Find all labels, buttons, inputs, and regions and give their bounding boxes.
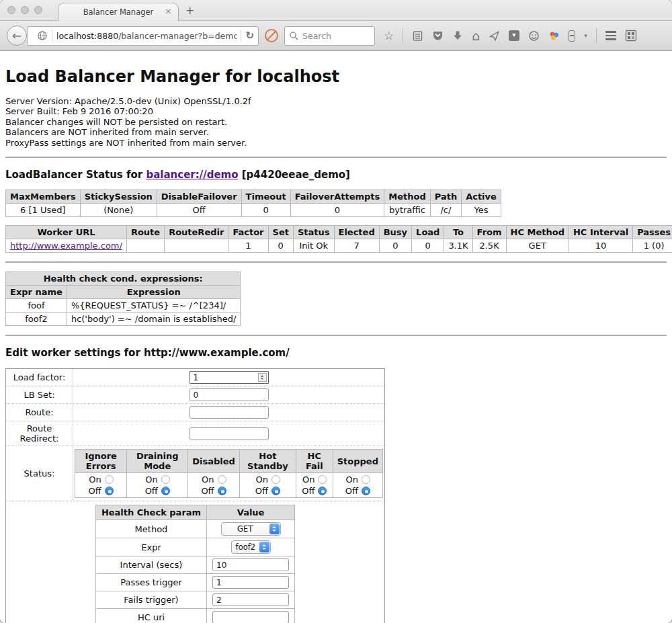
hc-uri-input[interactable] [212,611,289,623]
cell-busy: 0 [379,239,411,253]
bookmark-star-icon[interactable]: ☆ [384,30,394,42]
table-row: http://www.example.com/ 1 0 Init Ok 7 0 … [6,239,672,253]
status-stopped-off-radio[interactable] [362,487,370,495]
color-dots-extension-icon[interactable] [548,30,560,42]
route-redirect-input[interactable] [190,427,269,440]
cell-route [126,239,164,253]
status-disabled-on-radio[interactable] [218,475,226,484]
col-path: Path [430,190,461,204]
hc-passes-label: Passes trigger [95,574,206,591]
status-row: Status: Ignore Errors Draining Mode Disa… [6,446,385,501]
col-hc-param: Health Check param [95,505,206,520]
close-window-button[interactable] [7,6,15,14]
on-label: On [145,474,158,485]
tab-groups-icon[interactable] [625,30,637,42]
status-stopped-on-radio[interactable] [362,475,370,484]
route-label: Route: [6,404,73,421]
off-label: Off [201,486,214,496]
loadbalancer-status-heading: LoadBalancer Status for balancer://demo … [5,169,667,181]
table-row: foof %{REQUEST_STATUS} =~ /^[234]/ [6,299,241,313]
worker-url-link[interactable]: http://www.example.com/ [10,241,122,251]
back-button[interactable]: ← [7,26,27,46]
status-draining-mode-off-radio[interactable] [161,487,170,495]
hc-expressions-title: Health check cond. expressions: [6,272,241,286]
download-icon[interactable] [452,30,463,41]
cell-method: bytraffic [384,204,430,217]
reading-list-icon[interactable] [412,30,423,42]
load-factor-input[interactable] [190,371,269,384]
off-label: Off [345,486,358,496]
hc-uri-row: HC uri [95,609,294,623]
cell-from: 2.5K [472,239,506,253]
hc-interval-row: Interval (secs) [95,556,294,574]
send-plane-icon[interactable] [489,30,500,42]
url-bar[interactable]: localhost:8880/balancer-manager?b=demo&w… [27,26,259,46]
hc-interval-input[interactable] [212,558,289,571]
browser-window: Balancer Manager × + ← localhost:8880/ba… [0,0,672,623]
cell-path: /c/ [430,204,461,217]
balancer-demo-link[interactable]: balancer://demo [146,169,238,181]
toolbar-icons: ☆ ⌂ [384,28,637,43]
lb-set-row: LB Set: [6,386,385,404]
hc-expr-select[interactable]: foof2 [231,540,271,554]
col-failoverattempts: FailoverAttempts [290,190,384,204]
load-factor-row: Load factor: [6,369,385,386]
hc-fails-row: Fails trigger) [95,591,294,609]
addon-download-icon[interactable] [509,30,519,41]
browser-tab[interactable]: Balancer Manager × [58,3,179,21]
tab-title: Balancer Manager [83,7,154,17]
search-input[interactable] [302,31,363,41]
off-label: Off [255,486,268,496]
battery-extension-icon[interactable] [569,30,575,42]
number-stepper-icon[interactable] [258,373,267,382]
lb-set-input[interactable] [190,388,269,401]
cell-status: Init Ok [293,239,334,253]
home-icon[interactable]: ⌂ [472,30,480,42]
health-check-params-row: Health Check param Value Method GET [6,501,385,623]
divider [5,335,667,336]
menu-icon[interactable] [605,31,616,40]
cell-set: 0 [268,239,293,253]
hc-interval-label: Interval (secs) [95,556,206,574]
status-draining-mode-on-radio[interactable] [161,475,170,484]
tab-close-icon[interactable]: × [165,6,172,16]
col-ignore-errors: Ignore Errors [75,450,127,473]
hc-passes-input[interactable] [212,576,289,589]
status-hc-fail-on-radio[interactable] [318,475,327,484]
col-routeredir: RouteRedir [165,226,228,239]
urlbar-divider [52,30,52,42]
table-header-row: Health Check param Value [95,505,294,520]
zoom-window-button[interactable] [34,6,42,14]
on-label: On [255,474,268,485]
overflow-caret-icon[interactable]: ▾ [584,32,587,39]
hc-method-select[interactable]: GET [221,522,281,536]
reload-icon[interactable]: ↻ [245,30,254,42]
pocket-icon[interactable] [432,30,444,41]
cell-passes: 1 (0) [633,239,672,253]
cell-load: 0 [412,239,444,253]
route-row: Route: [6,404,385,421]
col-timeout: Timeout [241,190,290,204]
off-label: Off [145,486,158,496]
cell-elected: 7 [334,239,379,253]
status-ignore-errors-off-radio[interactable] [105,487,114,495]
col-load: Load [412,226,444,239]
heading-prefix: LoadBalancer Status for [5,169,146,181]
content-blocked-icon[interactable] [265,29,278,42]
status-hc-fail-off-radio[interactable] [318,487,327,495]
status-hot-standby-on-radio[interactable] [271,475,280,484]
minimize-window-button[interactable] [21,6,29,14]
server-built-line: Server Built: Feb 9 2016 07:00:20 [5,106,667,116]
on-label: On [89,474,101,485]
hello-smiley-icon[interactable] [528,30,540,42]
status-disabled-off-radio[interactable] [218,487,226,495]
new-tab-button[interactable]: + [185,4,194,17]
search-bar[interactable] [284,26,375,46]
divider [5,157,667,158]
hc-fails-input[interactable] [212,593,289,606]
route-input[interactable] [190,406,269,419]
cell-hc-method: GET [506,239,569,253]
status-ignore-errors-on-radio[interactable] [105,475,114,484]
status-hot-standby-off-radio[interactable] [271,487,280,495]
url-text[interactable]: localhost:8880/balancer-manager?b=demo&w… [56,31,237,41]
